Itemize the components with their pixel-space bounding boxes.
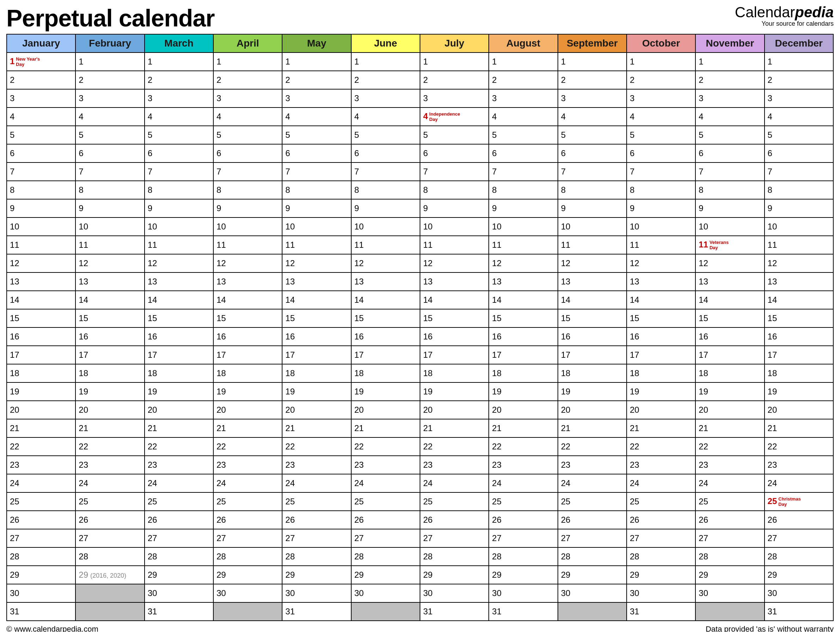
- day-cell: 7: [764, 162, 833, 181]
- day-cell: 30: [351, 584, 420, 602]
- day-number: 2: [699, 75, 703, 85]
- day-number: 23: [79, 460, 88, 470]
- day-cell: 20: [420, 401, 489, 419]
- day-cell: 26: [695, 511, 764, 529]
- day-number: 28: [630, 552, 639, 561]
- day-number: 25: [10, 496, 19, 506]
- day-cell: 22: [145, 437, 213, 456]
- day-cell: 11: [558, 236, 627, 254]
- day-cell: 19: [764, 383, 833, 401]
- day-number: 26: [630, 515, 639, 525]
- day-cell: 11: [420, 236, 489, 254]
- day-cell: 13: [489, 273, 557, 291]
- day-cell: 31: [420, 602, 489, 621]
- day-cell: 24: [145, 474, 213, 492]
- day-number: 29: [79, 570, 88, 580]
- day-cell: 25ChristmasDay: [764, 492, 833, 511]
- day-number: 14: [285, 295, 295, 304]
- day-cell: 26: [764, 511, 833, 529]
- day-cell: 7: [351, 162, 420, 181]
- day-number: 14: [768, 295, 777, 304]
- day-number: 12: [699, 258, 708, 268]
- day-number: 22: [354, 442, 364, 451]
- day-number: 24: [630, 478, 639, 488]
- day-cell: 4: [351, 107, 420, 126]
- day-cell: 8: [627, 181, 695, 199]
- day-cell: 24: [627, 474, 695, 492]
- day-number: 15: [354, 314, 364, 323]
- day-cell: 24: [213, 474, 282, 492]
- day-number: 13: [768, 277, 777, 286]
- day-cell: 16: [213, 328, 282, 346]
- day-number: 4: [699, 112, 703, 121]
- day-cell: 3: [282, 89, 351, 107]
- day-number: 3: [699, 93, 703, 103]
- day-row: 101010101010101010101010: [7, 217, 833, 236]
- day-number: 11: [423, 240, 433, 249]
- day-cell: 22: [213, 437, 282, 456]
- day-number: 15: [423, 314, 433, 323]
- day-cell: 6: [76, 144, 144, 162]
- day-cell: 8: [489, 181, 557, 199]
- day-cell: 25: [282, 492, 351, 511]
- day-cell: 28: [213, 547, 282, 566]
- day-number: 8: [285, 185, 290, 195]
- day-number: 26: [10, 515, 19, 525]
- day-cell: 28: [695, 547, 764, 566]
- day-number: 22: [768, 442, 777, 451]
- day-number: 31: [630, 607, 639, 616]
- day-cell: 2: [145, 71, 213, 89]
- day-cell: 11: [213, 236, 282, 254]
- day-number: 9: [768, 203, 772, 213]
- day-cell: 28: [627, 547, 695, 566]
- day-cell: 18: [489, 364, 557, 383]
- day-number: 22: [699, 442, 708, 451]
- day-cell: 10: [351, 217, 420, 236]
- day-cell: 18: [351, 364, 420, 383]
- day-cell: 12: [558, 254, 627, 273]
- day-number: 7: [699, 167, 703, 176]
- day-number: 24: [423, 478, 433, 488]
- day-cell: 6: [764, 144, 833, 162]
- day-row: 333333333333: [7, 89, 833, 107]
- day-number: 7: [492, 167, 497, 176]
- day-number: 20: [285, 405, 295, 415]
- day-cell: 23: [145, 456, 213, 474]
- day-cell: 26: [489, 511, 557, 529]
- day-number: 10: [561, 222, 571, 231]
- day-cell: 14: [145, 291, 213, 309]
- day-number: 29: [768, 570, 777, 580]
- day-cell: 9: [489, 199, 557, 217]
- day-cell: 19: [627, 383, 695, 401]
- day-number: 28: [768, 552, 777, 561]
- day-cell: [76, 584, 144, 602]
- day-cell: [213, 602, 282, 621]
- day-number: 7: [79, 167, 83, 176]
- day-number: 12: [79, 258, 88, 268]
- brand-tagline: Your source for calendars: [735, 20, 834, 27]
- day-number: 24: [79, 478, 88, 488]
- day-row: 4444444IndependenceDay44444: [7, 107, 833, 126]
- day-number: 13: [285, 277, 295, 286]
- day-cell: 7: [489, 162, 557, 181]
- day-row: 141414141414141414141414: [7, 291, 833, 309]
- day-cell: 31: [489, 602, 557, 621]
- day-number: 15: [216, 314, 226, 323]
- day-number: 22: [148, 442, 157, 451]
- day-cell: 15: [558, 309, 627, 328]
- day-number: 17: [354, 350, 364, 359]
- day-cell: 12: [145, 254, 213, 273]
- day-cell: 8: [76, 181, 144, 199]
- day-cell: 30: [213, 584, 282, 602]
- day-cell: 7: [145, 162, 213, 181]
- day-cell: 23: [489, 456, 557, 474]
- day-number: 29: [561, 570, 571, 580]
- day-cell: 3: [695, 89, 764, 107]
- day-number: 5: [699, 130, 703, 140]
- day-number: 2: [285, 75, 290, 85]
- day-cell: 23: [764, 456, 833, 474]
- day-number: 26: [216, 515, 226, 525]
- day-number: 27: [354, 533, 364, 543]
- day-cell: 20: [489, 401, 557, 419]
- day-number: 2: [561, 75, 566, 85]
